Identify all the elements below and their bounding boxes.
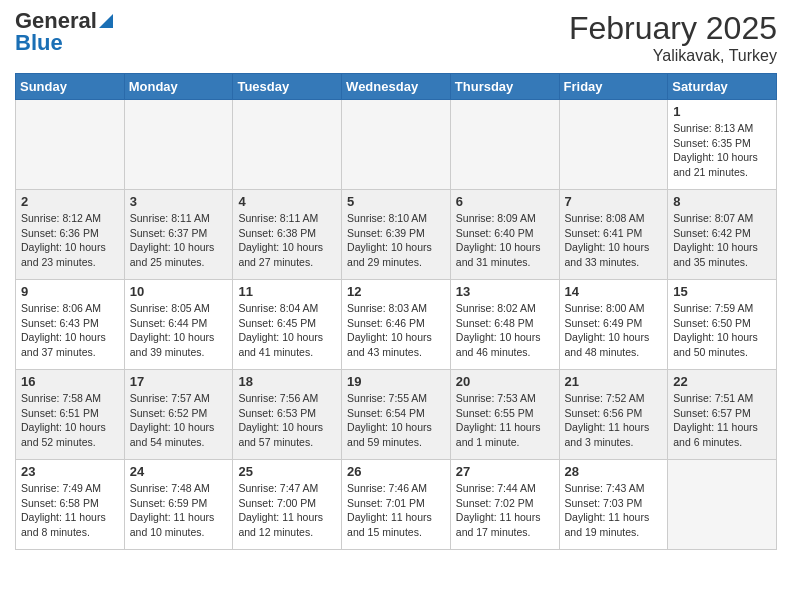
day-info: Sunrise: 8:06 AMSunset: 6:43 PMDaylight:… [21, 301, 119, 360]
day-info: Sunrise: 8:11 AMSunset: 6:37 PMDaylight:… [130, 211, 228, 270]
day-info: Sunrise: 8:10 AMSunset: 6:39 PMDaylight:… [347, 211, 445, 270]
day-info: Sunrise: 7:58 AMSunset: 6:51 PMDaylight:… [21, 391, 119, 450]
col-sunday: Sunday [16, 74, 125, 100]
calendar-week-row: 16Sunrise: 7:58 AMSunset: 6:51 PMDayligh… [16, 370, 777, 460]
day-info: Sunrise: 8:02 AMSunset: 6:48 PMDaylight:… [456, 301, 554, 360]
day-info: Sunrise: 7:59 AMSunset: 6:50 PMDaylight:… [673, 301, 771, 360]
day-info: Sunrise: 7:49 AMSunset: 6:58 PMDaylight:… [21, 481, 119, 540]
day-number: 18 [238, 374, 336, 389]
day-info: Sunrise: 8:07 AMSunset: 6:42 PMDaylight:… [673, 211, 771, 270]
table-row [559, 100, 668, 190]
location: Yalikavak, Turkey [569, 47, 777, 65]
table-row: 12Sunrise: 8:03 AMSunset: 6:46 PMDayligh… [342, 280, 451, 370]
day-number: 26 [347, 464, 445, 479]
table-row: 21Sunrise: 7:52 AMSunset: 6:56 PMDayligh… [559, 370, 668, 460]
table-row: 6Sunrise: 8:09 AMSunset: 6:40 PMDaylight… [450, 190, 559, 280]
day-number: 24 [130, 464, 228, 479]
day-number: 10 [130, 284, 228, 299]
logo: General Blue [15, 10, 113, 54]
table-row: 20Sunrise: 7:53 AMSunset: 6:55 PMDayligh… [450, 370, 559, 460]
day-number: 25 [238, 464, 336, 479]
col-wednesday: Wednesday [342, 74, 451, 100]
table-row: 10Sunrise: 8:05 AMSunset: 6:44 PMDayligh… [124, 280, 233, 370]
svg-marker-0 [99, 14, 113, 28]
day-number: 6 [456, 194, 554, 209]
header: General Blue February 2025 Yalikavak, Tu… [15, 10, 777, 65]
day-info: Sunrise: 8:05 AMSunset: 6:44 PMDaylight:… [130, 301, 228, 360]
day-info: Sunrise: 8:12 AMSunset: 6:36 PMDaylight:… [21, 211, 119, 270]
table-row: 19Sunrise: 7:55 AMSunset: 6:54 PMDayligh… [342, 370, 451, 460]
table-row: 3Sunrise: 8:11 AMSunset: 6:37 PMDaylight… [124, 190, 233, 280]
table-row: 7Sunrise: 8:08 AMSunset: 6:41 PMDaylight… [559, 190, 668, 280]
title-section: February 2025 Yalikavak, Turkey [569, 10, 777, 65]
table-row: 1Sunrise: 8:13 AMSunset: 6:35 PMDaylight… [668, 100, 777, 190]
day-info: Sunrise: 7:51 AMSunset: 6:57 PMDaylight:… [673, 391, 771, 450]
table-row: 11Sunrise: 8:04 AMSunset: 6:45 PMDayligh… [233, 280, 342, 370]
col-saturday: Saturday [668, 74, 777, 100]
table-row: 26Sunrise: 7:46 AMSunset: 7:01 PMDayligh… [342, 460, 451, 550]
table-row: 13Sunrise: 8:02 AMSunset: 6:48 PMDayligh… [450, 280, 559, 370]
day-number: 19 [347, 374, 445, 389]
table-row: 25Sunrise: 7:47 AMSunset: 7:00 PMDayligh… [233, 460, 342, 550]
table-row [124, 100, 233, 190]
calendar: Sunday Monday Tuesday Wednesday Thursday… [15, 73, 777, 550]
table-row: 15Sunrise: 7:59 AMSunset: 6:50 PMDayligh… [668, 280, 777, 370]
day-number: 3 [130, 194, 228, 209]
table-row: 22Sunrise: 7:51 AMSunset: 6:57 PMDayligh… [668, 370, 777, 460]
month-year: February 2025 [569, 10, 777, 47]
day-number: 22 [673, 374, 771, 389]
day-info: Sunrise: 8:08 AMSunset: 6:41 PMDaylight:… [565, 211, 663, 270]
logo-triangle-icon [99, 10, 113, 28]
table-row: 27Sunrise: 7:44 AMSunset: 7:02 PMDayligh… [450, 460, 559, 550]
day-info: Sunrise: 8:13 AMSunset: 6:35 PMDaylight:… [673, 121, 771, 180]
table-row: 9Sunrise: 8:06 AMSunset: 6:43 PMDaylight… [16, 280, 125, 370]
logo-text: General [15, 10, 97, 32]
day-number: 16 [21, 374, 119, 389]
day-number: 28 [565, 464, 663, 479]
day-number: 21 [565, 374, 663, 389]
table-row: 23Sunrise: 7:49 AMSunset: 6:58 PMDayligh… [16, 460, 125, 550]
day-info: Sunrise: 7:55 AMSunset: 6:54 PMDaylight:… [347, 391, 445, 450]
day-number: 2 [21, 194, 119, 209]
table-row: 8Sunrise: 8:07 AMSunset: 6:42 PMDaylight… [668, 190, 777, 280]
col-thursday: Thursday [450, 74, 559, 100]
col-monday: Monday [124, 74, 233, 100]
page: General Blue February 2025 Yalikavak, Tu… [0, 0, 792, 560]
day-number: 9 [21, 284, 119, 299]
day-info: Sunrise: 7:43 AMSunset: 7:03 PMDaylight:… [565, 481, 663, 540]
table-row [16, 100, 125, 190]
day-number: 8 [673, 194, 771, 209]
table-row [668, 460, 777, 550]
table-row: 14Sunrise: 8:00 AMSunset: 6:49 PMDayligh… [559, 280, 668, 370]
table-row [233, 100, 342, 190]
table-row: 18Sunrise: 7:56 AMSunset: 6:53 PMDayligh… [233, 370, 342, 460]
table-row: 16Sunrise: 7:58 AMSunset: 6:51 PMDayligh… [16, 370, 125, 460]
table-row: 28Sunrise: 7:43 AMSunset: 7:03 PMDayligh… [559, 460, 668, 550]
day-number: 4 [238, 194, 336, 209]
day-number: 13 [456, 284, 554, 299]
day-number: 12 [347, 284, 445, 299]
day-info: Sunrise: 7:57 AMSunset: 6:52 PMDaylight:… [130, 391, 228, 450]
table-row: 4Sunrise: 8:11 AMSunset: 6:38 PMDaylight… [233, 190, 342, 280]
day-info: Sunrise: 7:56 AMSunset: 6:53 PMDaylight:… [238, 391, 336, 450]
table-row: 2Sunrise: 8:12 AMSunset: 6:36 PMDaylight… [16, 190, 125, 280]
day-info: Sunrise: 7:53 AMSunset: 6:55 PMDaylight:… [456, 391, 554, 450]
calendar-week-row: 2Sunrise: 8:12 AMSunset: 6:36 PMDaylight… [16, 190, 777, 280]
day-info: Sunrise: 7:46 AMSunset: 7:01 PMDaylight:… [347, 481, 445, 540]
day-info: Sunrise: 8:09 AMSunset: 6:40 PMDaylight:… [456, 211, 554, 270]
table-row: 17Sunrise: 7:57 AMSunset: 6:52 PMDayligh… [124, 370, 233, 460]
col-friday: Friday [559, 74, 668, 100]
day-number: 17 [130, 374, 228, 389]
day-info: Sunrise: 7:48 AMSunset: 6:59 PMDaylight:… [130, 481, 228, 540]
day-number: 1 [673, 104, 771, 119]
table-row: 5Sunrise: 8:10 AMSunset: 6:39 PMDaylight… [342, 190, 451, 280]
calendar-week-row: 23Sunrise: 7:49 AMSunset: 6:58 PMDayligh… [16, 460, 777, 550]
calendar-week-row: 9Sunrise: 8:06 AMSunset: 6:43 PMDaylight… [16, 280, 777, 370]
day-number: 5 [347, 194, 445, 209]
day-number: 23 [21, 464, 119, 479]
table-row [450, 100, 559, 190]
col-tuesday: Tuesday [233, 74, 342, 100]
table-row: 24Sunrise: 7:48 AMSunset: 6:59 PMDayligh… [124, 460, 233, 550]
day-info: Sunrise: 8:11 AMSunset: 6:38 PMDaylight:… [238, 211, 336, 270]
calendar-week-row: 1Sunrise: 8:13 AMSunset: 6:35 PMDaylight… [16, 100, 777, 190]
